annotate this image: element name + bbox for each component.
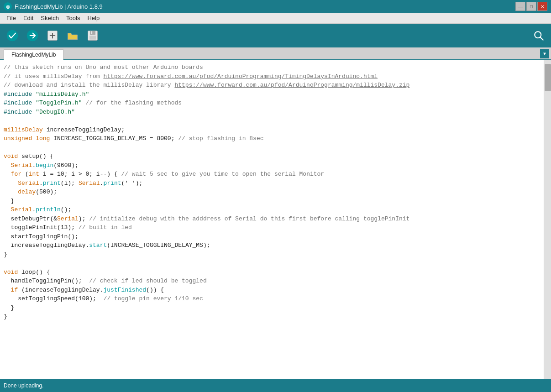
svg-rect-7 — [89, 36, 96, 40]
verify-button[interactable] — [4, 27, 21, 44]
vertical-scrollbar[interactable] — [544, 60, 551, 379]
code-line-6: #include "DebugIO.h" — [4, 108, 544, 117]
code-line-27: setTogglingSpeed(100); // toggle pin eve… — [4, 294, 544, 303]
code-line-5: #include "TogglePin.h" // for the flashi… — [4, 99, 544, 108]
status-text: Done uploading. — [4, 382, 43, 389]
menu-help[interactable]: Help — [84, 14, 103, 22]
tab-flashingledmylib[interactable]: FlashingLedMyLib — [4, 49, 63, 60]
app-icon: ◎ — [4, 2, 12, 10]
search-button[interactable] — [530, 27, 547, 44]
code-line-13: for (int i = 10; i > 0; i--) { // wait 5… — [4, 170, 544, 179]
code-line-1: // this sketch runs on Uno and most othe… — [4, 63, 544, 72]
window-title: FlashingLedMyLib | Arduino 1.8.9 — [15, 3, 103, 10]
code-line-12: Serial.begin(9600); — [4, 161, 544, 170]
svg-rect-8 — [91, 31, 93, 34]
svg-point-0 — [7, 30, 18, 42]
menu-edit[interactable]: Edit — [20, 14, 37, 22]
save-button[interactable] — [84, 27, 101, 44]
code-line-19: togglePinInit(13); // built in led — [4, 223, 544, 232]
open-icon — [66, 29, 79, 42]
code-line-18: setDebugPtr(&Serial); // initialize debu… — [4, 214, 544, 224]
new-button[interactable] — [44, 27, 61, 44]
tab-bar: FlashingLedMyLib ▼ — [0, 47, 551, 60]
code-editor[interactable]: // this sketch runs on Uno and most othe… — [0, 60, 544, 379]
maximize-button[interactable]: □ — [526, 2, 536, 11]
code-line-3: // download and install the millisDelay … — [4, 81, 544, 90]
svg-rect-6 — [90, 31, 95, 35]
upload-icon — [26, 29, 39, 42]
title-bar: ◎ FlashingLedMyLib | Arduino 1.8.9 — □ ✕ — [0, 0, 551, 13]
tab-label: FlashingLedMyLib — [11, 52, 56, 58]
editor-container: // this sketch runs on Uno and most othe… — [0, 60, 551, 379]
window-controls[interactable]: — □ ✕ — [515, 2, 547, 11]
menu-tools[interactable]: Tools — [63, 14, 84, 22]
verify-icon — [6, 29, 19, 42]
code-line-28: } — [4, 303, 544, 313]
code-line-22: } — [4, 250, 544, 259]
code-line-8: millisDelay increaseTogglingDelay; — [4, 125, 544, 135]
code-line-26: if (increaseTogglingDelay.justFinished()… — [4, 286, 544, 295]
svg-line-10 — [541, 37, 543, 40]
code-line-15: delay(500); — [4, 188, 544, 197]
search-icon — [532, 29, 545, 42]
code-line-2: // it uses millisDelay from https://www.… — [4, 72, 544, 81]
code-line-14: Serial.print(i); Serial.print(' '); — [4, 179, 544, 188]
save-icon — [86, 29, 99, 42]
open-button[interactable] — [64, 27, 81, 44]
code-line-20: startTogglingPin(); — [4, 232, 544, 241]
code-line-23 — [4, 259, 544, 268]
code-line-16: } — [4, 197, 544, 206]
title-bar-left: ◎ FlashingLedMyLib | Arduino 1.8.9 — [4, 2, 103, 10]
menu-file[interactable]: File — [3, 14, 20, 22]
code-line-24: void loop() { — [4, 268, 544, 277]
code-line-7 — [4, 116, 544, 125]
menu-bar: File Edit Sketch Tools Help — [0, 13, 551, 24]
close-button[interactable]: ✕ — [537, 2, 547, 11]
minimize-button[interactable]: — — [515, 2, 525, 11]
code-line-11: void setup() { — [4, 152, 544, 161]
scrollbar-thumb[interactable] — [545, 64, 551, 91]
toolbar — [0, 24, 551, 47]
menu-sketch[interactable]: Sketch — [37, 14, 63, 22]
code-line-10 — [4, 143, 544, 152]
code-line-9: unsigned long INCREASE_TOGGLING_DELAY_MS… — [4, 134, 544, 143]
code-line-25: handleTogglingPin(); // check if led sho… — [4, 277, 544, 286]
upload-button[interactable] — [24, 27, 41, 44]
code-line-17: Serial.println(); — [4, 205, 544, 214]
status-bar: Done uploading. — [0, 379, 551, 392]
tab-dropdown-button[interactable]: ▼ — [540, 49, 549, 58]
code-line-29: } — [4, 312, 544, 321]
new-icon — [46, 29, 59, 42]
code-line-4: #include "millisDelay.h" — [4, 90, 544, 99]
code-line-21: increaseTogglingDelay.start(INCREASE_TOG… — [4, 241, 544, 250]
